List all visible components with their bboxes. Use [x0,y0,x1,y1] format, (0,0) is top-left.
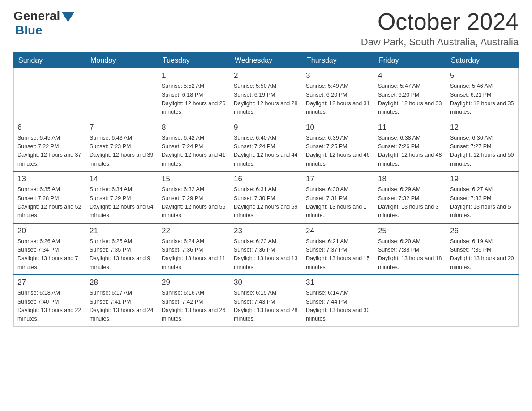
day-info: Sunrise: 6:25 AMSunset: 7:35 PMDaylight:… [90,237,154,272]
day-info: Sunrise: 6:15 AMSunset: 7:43 PMDaylight:… [234,289,298,324]
day-number: 4 [378,71,442,80]
calendar-cell: 26Sunrise: 6:19 AMSunset: 7:39 PMDayligh… [446,223,519,275]
calendar-cell: 4Sunrise: 5:47 AMSunset: 6:20 PMDaylight… [374,68,446,120]
day-number: 2 [234,71,298,80]
title-section: October 2024 Daw Park, South Australia, … [361,9,519,48]
calendar-cell: 17Sunrise: 6:30 AMSunset: 7:31 PMDayligh… [302,171,374,223]
day-number: 25 [378,227,442,235]
calendar-cell: 1Sunrise: 5:52 AMSunset: 6:18 PMDaylight… [158,68,230,120]
day-info: Sunrise: 6:30 AMSunset: 7:31 PMDaylight:… [306,185,370,220]
calendar-cell: 20Sunrise: 6:26 AMSunset: 7:34 PMDayligh… [14,223,86,275]
calendar-cell: 28Sunrise: 6:17 AMSunset: 7:41 PMDayligh… [86,275,158,326]
weekday-header: Friday [374,53,446,68]
calendar-week-row: 6Sunrise: 6:45 AMSunset: 7:22 PMDaylight… [14,120,519,172]
logo-triangle-icon [62,12,74,22]
day-info: Sunrise: 6:20 AMSunset: 7:38 PMDaylight:… [378,237,442,272]
calendar-week-row: 27Sunrise: 6:18 AMSunset: 7:40 PMDayligh… [14,275,519,326]
logo-blue-text: Blue [15,23,43,38]
day-info: Sunrise: 5:47 AMSunset: 6:20 PMDaylight:… [378,82,442,117]
calendar-cell: 3Sunrise: 5:49 AMSunset: 6:20 PMDaylight… [302,68,374,120]
day-info: Sunrise: 6:23 AMSunset: 7:36 PMDaylight:… [234,237,298,272]
logo-general-text: General [13,9,60,23]
day-number: 7 [90,123,154,132]
calendar-cell [374,275,446,326]
calendar-cell: 2Sunrise: 5:50 AMSunset: 6:19 PMDaylight… [230,68,302,120]
calendar-header-row: SundayMondayTuesdayWednesdayThursdayFrid… [14,53,519,68]
day-info: Sunrise: 6:16 AMSunset: 7:42 PMDaylight:… [162,289,226,324]
day-number: 18 [378,175,442,184]
day-info: Sunrise: 6:36 AMSunset: 7:27 PMDaylight:… [450,134,515,169]
day-number: 30 [234,278,298,287]
day-number: 6 [17,123,82,132]
calendar-cell: 27Sunrise: 6:18 AMSunset: 7:40 PMDayligh… [14,275,86,326]
day-number: 23 [234,227,298,235]
calendar-cell: 5Sunrise: 5:46 AMSunset: 6:21 PMDaylight… [446,68,519,120]
calendar-cell: 19Sunrise: 6:27 AMSunset: 7:33 PMDayligh… [446,171,519,223]
day-info: Sunrise: 6:26 AMSunset: 7:34 PMDaylight:… [17,237,82,272]
page-header: General Blue October 2024 Daw Park, Sout… [13,9,519,48]
calendar-cell: 21Sunrise: 6:25 AMSunset: 7:35 PMDayligh… [86,223,158,275]
calendar-cell: 15Sunrise: 6:32 AMSunset: 7:29 PMDayligh… [158,171,230,223]
day-info: Sunrise: 6:43 AMSunset: 7:23 PMDaylight:… [90,134,154,169]
calendar-cell: 16Sunrise: 6:31 AMSunset: 7:30 PMDayligh… [230,171,302,223]
calendar-table: SundayMondayTuesdayWednesdayThursdayFrid… [13,52,519,327]
weekday-header: Wednesday [230,53,302,68]
calendar-cell: 6Sunrise: 6:45 AMSunset: 7:22 PMDaylight… [14,120,86,172]
logo: General Blue [13,9,74,38]
day-number: 8 [162,123,226,132]
day-number: 24 [306,227,370,235]
day-info: Sunrise: 6:27 AMSunset: 7:33 PMDaylight:… [450,185,515,220]
day-number: 19 [450,175,515,184]
day-info: Sunrise: 6:29 AMSunset: 7:32 PMDaylight:… [378,185,442,220]
calendar-cell: 18Sunrise: 6:29 AMSunset: 7:32 PMDayligh… [374,171,446,223]
day-info: Sunrise: 6:35 AMSunset: 7:28 PMDaylight:… [17,185,82,220]
day-number: 17 [306,175,370,184]
day-info: Sunrise: 6:39 AMSunset: 7:25 PMDaylight:… [306,134,370,169]
calendar-cell: 31Sunrise: 6:14 AMSunset: 7:44 PMDayligh… [302,275,374,326]
day-number: 11 [378,123,442,132]
day-info: Sunrise: 6:38 AMSunset: 7:26 PMDaylight:… [378,134,442,169]
calendar-cell: 22Sunrise: 6:24 AMSunset: 7:36 PMDayligh… [158,223,230,275]
calendar-cell: 30Sunrise: 6:15 AMSunset: 7:43 PMDayligh… [230,275,302,326]
calendar-cell: 25Sunrise: 6:20 AMSunset: 7:38 PMDayligh… [374,223,446,275]
day-number: 15 [162,175,226,184]
calendar-cell: 8Sunrise: 6:42 AMSunset: 7:24 PMDaylight… [158,120,230,172]
day-number: 28 [90,278,154,287]
weekday-header: Tuesday [158,53,230,68]
day-number: 26 [450,227,515,235]
calendar-cell: 12Sunrise: 6:36 AMSunset: 7:27 PMDayligh… [446,120,519,172]
day-info: Sunrise: 5:52 AMSunset: 6:18 PMDaylight:… [162,82,226,117]
day-number: 12 [450,123,515,132]
day-info: Sunrise: 6:24 AMSunset: 7:36 PMDaylight:… [162,237,226,272]
day-info: Sunrise: 6:18 AMSunset: 7:40 PMDaylight:… [17,289,82,324]
day-info: Sunrise: 5:46 AMSunset: 6:21 PMDaylight:… [450,82,515,117]
day-number: 9 [234,123,298,132]
day-number: 22 [162,227,226,235]
day-info: Sunrise: 6:40 AMSunset: 7:24 PMDaylight:… [234,134,298,169]
location-subtitle: Daw Park, South Australia, Australia [361,36,519,48]
day-number: 21 [90,227,154,235]
calendar-cell: 24Sunrise: 6:21 AMSunset: 7:37 PMDayligh… [302,223,374,275]
day-info: Sunrise: 6:42 AMSunset: 7:24 PMDaylight:… [162,134,226,169]
day-info: Sunrise: 6:17 AMSunset: 7:41 PMDaylight:… [90,289,154,324]
calendar-cell: 29Sunrise: 6:16 AMSunset: 7:42 PMDayligh… [158,275,230,326]
calendar-cell: 11Sunrise: 6:38 AMSunset: 7:26 PMDayligh… [374,120,446,172]
day-info: Sunrise: 6:14 AMSunset: 7:44 PMDaylight:… [306,289,370,324]
day-number: 10 [306,123,370,132]
weekday-header: Sunday [14,53,86,68]
calendar-cell [446,275,519,326]
calendar-week-row: 20Sunrise: 6:26 AMSunset: 7:34 PMDayligh… [14,223,519,275]
day-number: 16 [234,175,298,184]
day-number: 29 [162,278,226,287]
calendar-cell: 14Sunrise: 6:34 AMSunset: 7:29 PMDayligh… [86,171,158,223]
day-number: 27 [17,278,82,287]
day-info: Sunrise: 6:34 AMSunset: 7:29 PMDaylight:… [90,185,154,220]
day-info: Sunrise: 6:45 AMSunset: 7:22 PMDaylight:… [17,134,82,169]
month-title: October 2024 [361,9,519,34]
day-number: 5 [450,71,515,80]
calendar-cell [14,68,86,120]
weekday-header: Saturday [446,53,519,68]
day-info: Sunrise: 6:31 AMSunset: 7:30 PMDaylight:… [234,185,298,220]
day-number: 20 [17,227,82,235]
day-info: Sunrise: 6:32 AMSunset: 7:29 PMDaylight:… [162,185,226,220]
